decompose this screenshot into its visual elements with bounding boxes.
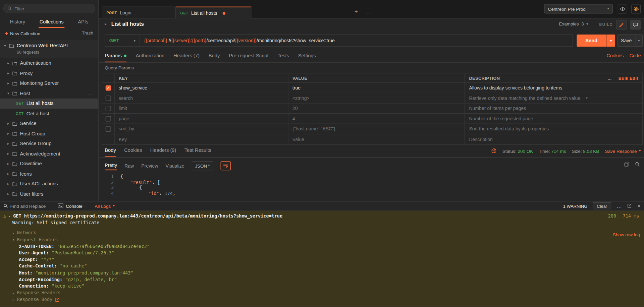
filter-box[interactable] bbox=[3, 4, 95, 13]
tab-history[interactable]: History bbox=[9, 17, 26, 28]
time-badge: Time: 714 ms bbox=[539, 148, 566, 154]
show-raw-log-link[interactable]: Show raw log bbox=[613, 232, 640, 238]
filter-input[interactable] bbox=[14, 6, 84, 11]
examples-dropdown[interactable]: Examples 3 ▾ bbox=[559, 21, 588, 26]
sidebar-folder-service-group[interactable]: ▸ Service Group bbox=[0, 139, 98, 149]
log-response-time: 714 ms bbox=[623, 213, 639, 220]
method-selector[interactable]: GET ▾ bbox=[105, 35, 140, 47]
request-tab-list-all-hosts[interactable]: GET List all hosts bbox=[176, 7, 251, 19]
tab-params[interactable]: Params bbox=[105, 53, 126, 62]
new-collection-button[interactable]: + New Collection bbox=[5, 30, 40, 37]
tab-body[interactable]: Body bbox=[209, 53, 220, 62]
log-network-toggle[interactable]: ▸ Network bbox=[3, 230, 641, 237]
log-response-body-toggle[interactable]: ▸ Response Body bbox=[3, 297, 641, 303]
wrap-lines-button[interactable] bbox=[220, 161, 231, 170]
row-options-icon[interactable]: … bbox=[591, 96, 595, 100]
sidebar-folder-acknowledgement[interactable]: ▸ Acknowledgement bbox=[0, 149, 98, 159]
main-panel: POST Login GET List all hosts + … Centre… bbox=[99, 0, 644, 201]
tab-settings[interactable]: Settings bbox=[298, 53, 316, 62]
sidebar-folder-authentication[interactable]: ▸ Authentication bbox=[0, 58, 98, 68]
save-options-button[interactable]: ▾ bbox=[635, 35, 642, 46]
sidebar-request-list-all-hosts[interactable]: GET List all hosts bbox=[0, 99, 98, 109]
sidebar-folder-proxy[interactable]: ▸ Proxy bbox=[0, 68, 98, 78]
cookies-link[interactable]: Cookies bbox=[607, 53, 624, 58]
param-row-placeholder[interactable]: ✓ Key Value Description bbox=[102, 134, 642, 144]
log-request-headers-toggle[interactable]: ▾ Request Headers bbox=[3, 237, 641, 243]
copy-icon[interactable] bbox=[624, 162, 629, 167]
tab-response-body[interactable]: Body bbox=[105, 147, 116, 157]
tab-apis[interactable]: APIs bbox=[77, 17, 89, 28]
chevron-down-icon[interactable]: ▾ bbox=[586, 96, 588, 100]
param-row[interactable]: ✓ search <string> Retrieve only data mat… bbox=[102, 93, 642, 104]
tab-collections[interactable]: Collections bbox=[39, 17, 64, 28]
chevron-down-icon: ▾ bbox=[7, 91, 9, 95]
log-entry-header[interactable]: ⚠ ▾ GET https://monitoring-preprod.compa… bbox=[3, 213, 641, 220]
close-icon[interactable]: × bbox=[637, 203, 641, 209]
view-visualize[interactable]: Visualize bbox=[165, 162, 184, 170]
find-and-replace-button[interactable]: Find and Replace bbox=[3, 203, 46, 208]
environment-selector[interactable]: Centreon Pre Prod ▾ bbox=[544, 4, 612, 13]
chevron-right-icon[interactable]: ▸ bbox=[105, 22, 107, 26]
console-tab[interactable]: Console bbox=[58, 203, 83, 208]
tab-tests[interactable]: Tests bbox=[278, 53, 289, 62]
console-options-icon[interactable]: … bbox=[616, 203, 622, 208]
table-options-icon[interactable]: … bbox=[607, 75, 612, 80]
param-row[interactable]: ✓ sort_by {"host.name":"ASC"} Sort the r… bbox=[102, 124, 642, 134]
tab-headers[interactable]: Headers (7) bbox=[173, 53, 200, 62]
tab-pre-request-script[interactable]: Pre-request Script bbox=[229, 53, 268, 62]
console-log[interactable]: ⚠ ▾ GET https://monitoring-preprod.compa… bbox=[0, 211, 644, 307]
param-checkbox[interactable]: ✓ bbox=[106, 116, 111, 121]
log-filter-dropdown[interactable]: All Logs ▾ bbox=[95, 203, 115, 208]
param-row[interactable]: ✓ show_service true Allows to display se… bbox=[102, 83, 642, 93]
tab-response-cookies[interactable]: Cookies bbox=[124, 147, 142, 157]
log-response-headers-toggle[interactable]: ▸ Response Headers bbox=[3, 290, 641, 297]
sidebar-folder-monitoring-server[interactable]: ▸ Monitoring Server bbox=[0, 78, 98, 88]
sidebar-folder-user-filters[interactable]: ▸ User filters bbox=[0, 189, 98, 199]
comments-button[interactable] bbox=[630, 20, 641, 29]
param-checkbox[interactable]: ✓ bbox=[106, 85, 111, 90]
param-row[interactable]: ✓ limit 20 Number of items per pages bbox=[102, 104, 642, 114]
send-options-button[interactable]: ▾ bbox=[606, 35, 615, 47]
search-icon[interactable] bbox=[635, 162, 640, 167]
save-button[interactable]: Save bbox=[618, 35, 635, 46]
tab-options-button[interactable]: … bbox=[365, 8, 371, 15]
trash-button[interactable]: Trash bbox=[82, 30, 93, 37]
save-response-button[interactable]: Save Response ▾ bbox=[605, 148, 641, 154]
code-link[interactable]: Code bbox=[630, 53, 641, 58]
sidebar-folder-downtime[interactable]: ▸ Downtime bbox=[0, 159, 98, 169]
collection-root[interactable]: ▾ Centreon Web RestAPI 60 requests bbox=[0, 40, 98, 58]
param-row[interactable]: ✓ page 4 Number of the requested page bbox=[102, 114, 642, 124]
console-panel: Find and Replace Console All Logs ▾ 1 WA… bbox=[0, 201, 644, 307]
tab-authorization[interactable]: Authorization bbox=[136, 53, 165, 62]
folder-icon bbox=[12, 182, 17, 186]
environment-quick-look-button[interactable] bbox=[618, 4, 627, 13]
sidebar-folder-icons[interactable]: ▸ Icons bbox=[0, 169, 98, 179]
format-selector[interactable]: JSON ▾ bbox=[192, 161, 213, 170]
chevron-right-icon: ▸ bbox=[7, 71, 9, 75]
tab-test-results[interactable]: Test Results bbox=[184, 147, 211, 157]
edit-request-button[interactable] bbox=[616, 20, 627, 29]
settings-button[interactable] bbox=[631, 4, 641, 13]
sidebar-request-get-a-host[interactable]: GET Get a host bbox=[0, 109, 98, 119]
url-input[interactable]: {{protocol}}://{{server}}:{{port}}/centr… bbox=[140, 35, 573, 47]
response-body-viewer[interactable]: 1{ 2"result": [ 3{ 4"id": 174, bbox=[99, 172, 644, 201]
folder-options-icon[interactable]: … bbox=[87, 90, 93, 96]
view-preview[interactable]: Preview bbox=[141, 162, 158, 170]
view-pretty[interactable]: Pretty bbox=[105, 161, 117, 170]
view-raw[interactable]: Raw bbox=[124, 162, 134, 170]
param-checkbox[interactable]: ✓ bbox=[106, 126, 111, 132]
new-tab-button[interactable]: + bbox=[355, 8, 358, 15]
send-button[interactable]: Send bbox=[577, 35, 606, 47]
sidebar-folder-service[interactable]: ▸ Service bbox=[0, 119, 98, 129]
request-tab-login[interactable]: POST Login bbox=[102, 7, 176, 19]
sidebar-folder-host[interactable]: ▾ Host … bbox=[0, 88, 98, 99]
sidebar-folder-user-acl-actions[interactable]: ▸ User ACL actions bbox=[0, 179, 98, 189]
sidebar-folder-host-group[interactable]: ▸ Host Group bbox=[0, 129, 98, 139]
clear-console-button[interactable]: Clear bbox=[593, 202, 611, 209]
param-checkbox[interactable]: ✓ bbox=[106, 96, 111, 101]
open-in-new-window-icon[interactable] bbox=[627, 203, 632, 208]
param-checkbox[interactable]: ✓ bbox=[106, 106, 111, 111]
external-link-icon[interactable] bbox=[55, 298, 59, 302]
tab-response-headers[interactable]: Headers (9) bbox=[150, 147, 176, 157]
bulk-edit-link[interactable]: Bulk Edit bbox=[619, 75, 638, 80]
